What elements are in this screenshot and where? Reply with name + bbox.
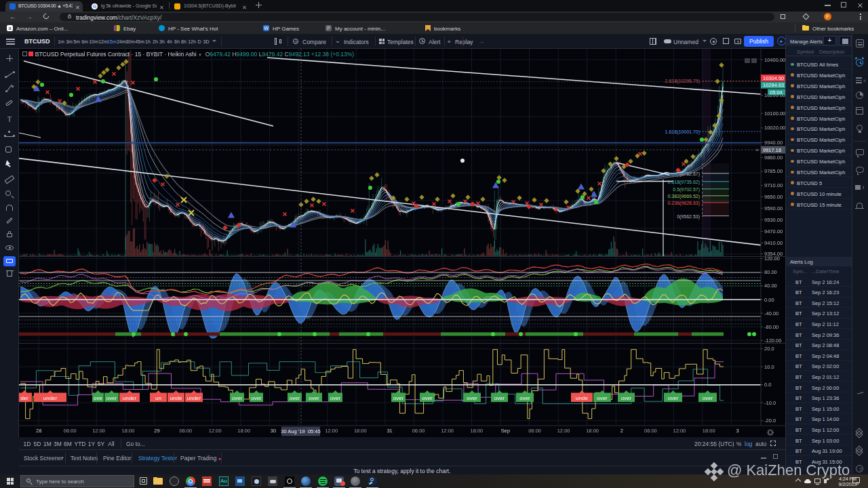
svg-text:under: under [123,395,137,401]
svg-text:80.00: 80.00 [764,269,777,275]
svg-text:18:00: 18:00 [354,428,367,434]
svg-text:0.5(9702.57): 0.5(9702.57) [673,187,700,192]
svg-text:18:00: 18:00 [586,428,599,434]
svg-text:9410.00: 9410.00 [764,240,783,246]
svg-text:over: over [393,395,404,401]
svg-text:over: over [467,395,477,401]
svg-text:der: der [20,395,28,401]
svg-text:10.0: 10.0 [764,364,774,370]
svg-text:0.618(9735.62): 0.618(9735.62) [668,180,700,185]
svg-text:9785.00: 9785.00 [764,168,783,174]
svg-text:06:00: 06:00 [528,428,541,434]
svg-text:12:00: 12:00 [441,428,454,434]
svg-text:10304.50: 10304.50 [763,75,784,81]
svg-text:3: 3 [736,428,739,434]
svg-text:120.00: 120.00 [764,256,780,262]
svg-text:9940.00: 9940.00 [764,140,783,146]
svg-text:unde: unde [576,395,588,401]
svg-text:over: over [597,395,608,401]
svg-text:18:00: 18:00 [703,428,715,434]
svg-text:-40.00: -40.00 [764,310,778,317]
svg-text:29: 29 [154,428,159,434]
svg-text:2.618(10295.79): 2.618(10295.79) [665,79,700,84]
svg-text:12:00: 12:00 [325,428,338,434]
svg-text:9710.00: 9710.00 [764,182,783,188]
svg-text:1.618(10001.70): 1.618(10001.70) [665,129,700,135]
svg-text:over: over [668,395,679,401]
svg-text:over: over [422,395,433,401]
svg-text:05:04: 05:04 [770,89,783,96]
svg-text:06:00: 06:00 [412,428,425,434]
svg-text:9590.00: 9590.00 [764,205,783,211]
svg-text:30 Aug ’19 05:45: 30 Aug ’19 05:45 [281,428,320,434]
svg-text:06:00: 06:00 [180,428,193,434]
svg-text:9917.18: 9917.18 [763,147,781,153]
svg-text:un: un [155,395,161,401]
svg-text:Sep: Sep [501,428,510,434]
svg-text:12:00: 12:00 [673,428,686,434]
svg-text:20.0: 20.0 [764,346,774,352]
svg-text:under: under [43,395,58,401]
svg-text:0.236(9628.63): 0.236(9628.63) [668,201,700,206]
svg-text:over: over [330,395,341,401]
svg-text:-20.0: -20.0 [764,418,776,424]
svg-text:18:00: 18:00 [237,428,250,434]
svg-text:10100.00: 10100.00 [764,110,785,117]
svg-text:-10.0: -10.0 [764,400,776,406]
svg-text:-80.00: -80.00 [764,324,778,330]
svg-text:over: over [494,395,505,401]
svg-text:over: over [519,395,530,401]
svg-text:06:00: 06:00 [64,428,77,434]
svg-text:over: over [251,395,262,401]
svg-text:-120.00: -120.00 [764,338,781,344]
svg-text:over: over [106,395,117,401]
svg-text:9860.00: 9860.00 [764,155,783,161]
svg-text:0(9562.53): 0(9562.53) [677,214,700,220]
svg-text:18:00: 18:00 [471,428,484,434]
svg-text:10284.63: 10284.63 [763,82,784,88]
svg-text:12:00: 12:00 [557,428,570,434]
svg-text:10400.00: 10400.00 [764,57,785,63]
svg-text:12:00: 12:00 [92,428,105,434]
svg-text:unde: unde [170,395,182,401]
svg-text:under: under [187,395,201,401]
svg-text:30: 30 [271,428,276,434]
svg-text:06:00: 06:00 [644,428,657,434]
svg-text:0.00: 0.00 [764,297,774,303]
svg-text:9530.00: 9530.00 [764,217,783,223]
svg-text:28: 28 [36,428,41,434]
svg-text:+: + [755,147,759,153]
svg-text:0.382(9669.52): 0.382(9669.52) [668,194,700,199]
svg-text:12:00: 12:00 [209,428,222,434]
svg-text:9470.00: 9470.00 [764,228,783,235]
svg-text:18:00: 18:00 [122,428,135,434]
svg-text:10020.00: 10020.00 [764,125,785,131]
svg-text:9650.00: 9650.00 [764,194,783,200]
svg-text:40.00: 40.00 [764,283,777,289]
svg-text:ove: ove [94,395,102,401]
svg-text:(9782.67): (9782.67) [679,171,700,177]
svg-text:0.0: 0.0 [764,382,771,388]
svg-text:over: over [621,395,632,401]
svg-text:over: over [703,395,713,401]
svg-text:over: over [232,395,243,401]
svg-text:31: 31 [387,428,392,434]
svg-text:over: over [290,395,300,401]
svg-text:over: over [309,395,319,401]
svg-text:2: 2 [620,428,623,434]
